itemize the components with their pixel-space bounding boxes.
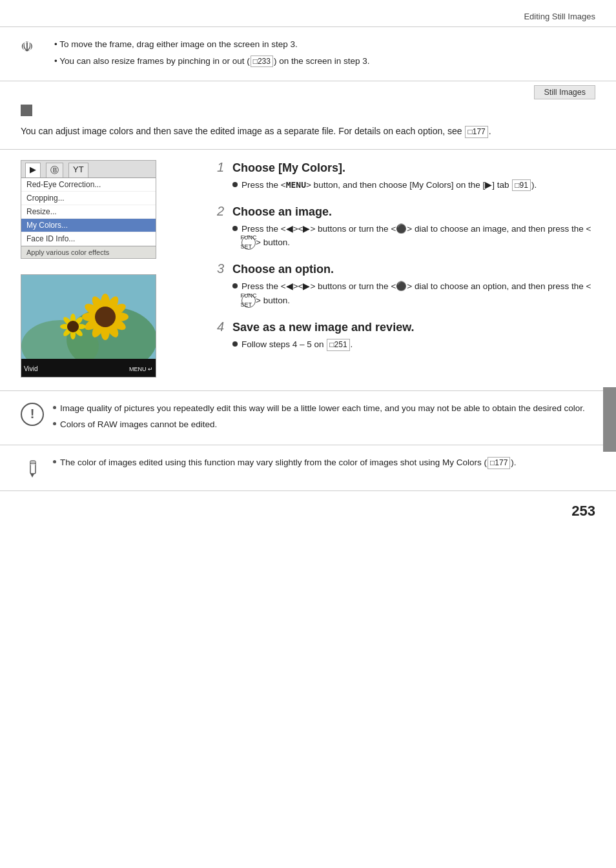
menu-item-red-eye: Red-Eye Correction... — [21, 178, 156, 192]
step-4-content: Follow steps 4 – 5 on □251. — [217, 338, 595, 352]
step-2-content: Press the <◀><▶> buttons or turn the <⚫>… — [217, 223, 595, 250]
step-3-text: Press the <◀><▶> buttons or turn the <⚫>… — [241, 280, 595, 308]
preview-menu-label: MENU ↵ — [129, 366, 153, 372]
step-2-number: 2 — [217, 204, 227, 219]
step-4-number: 4 — [217, 319, 227, 334]
pencil-icon — [21, 457, 44, 480]
step-2-header: 2 Choose an image. — [217, 204, 595, 219]
bullet-dot — [53, 460, 56, 463]
still-images-bar: Still Images — [0, 81, 616, 99]
pencil-note-section: The color of images edited using this fu… — [0, 445, 616, 491]
bullet-dot — [232, 341, 238, 347]
svg-point-24 — [67, 321, 79, 332]
left-panel: ▶ Ⓑ YT Red-Eye Correction... Cropping...… — [21, 160, 201, 378]
step-4-text: Follow steps 4 – 5 on □251. — [241, 338, 353, 352]
top-note-line-1: • To move the frame, drag either image o… — [54, 37, 370, 52]
intro-paragraph: You can adjust image colors and then sav… — [21, 126, 491, 136]
menu-item-resize: Resize... — [21, 205, 156, 219]
pencil-bullet-1: The color of images edited using this fu… — [53, 456, 517, 470]
step-1-bullet-1: Press the <MENU> button, and then choose… — [232, 179, 595, 192]
warning-bullet-1: Image quality of pictures you repeatedly… — [53, 401, 585, 416]
pencil-text: The color of images edited using this fu… — [60, 456, 517, 470]
warning-note-section: ! Image quality of pictures you repeated… — [0, 391, 616, 445]
warning-note-box: ! Image quality of pictures you repeated… — [21, 401, 595, 434]
camera-menu-items: Red-Eye Correction... Cropping... Resize… — [21, 178, 156, 246]
warning-note-text: Image quality of pictures you repeatedly… — [53, 401, 585, 434]
step-1-title: Choose [My Colors]. — [232, 161, 345, 175]
svg-rect-29 — [30, 461, 36, 463]
warning-bullet-2: Colors of RAW images cannot be edited. — [53, 418, 585, 432]
step-3-content: Press the <◀><▶> buttons or turn the <⚫>… — [217, 280, 595, 308]
page-header: Editing Still Images — [0, 0, 616, 27]
camera-tab-settings: Ⓑ — [46, 163, 63, 177]
step-4-header: 4 Save as a new image and review. — [217, 319, 595, 334]
section-header-bar — [0, 99, 616, 116]
warning-text-2: Colors of RAW images cannot be edited. — [60, 418, 217, 432]
step-4-title: Save as a new image and review. — [232, 321, 414, 334]
menu-item-face-id: Face ID Info... — [21, 232, 156, 246]
bullet-dot — [53, 406, 56, 409]
camera-menu-box: ▶ Ⓑ YT Red-Eye Correction... Cropping...… — [21, 160, 156, 259]
pencil-note-box: The color of images edited using this fu… — [21, 456, 595, 480]
camera-preview-image — [21, 275, 156, 359]
step-1-content: Press the <MENU> button, and then choose… — [217, 179, 595, 192]
camera-preview-bottom: Vivid MENU ↵ — [21, 359, 156, 378]
bullet-dot — [232, 283, 238, 288]
step-2-text: Press the <◀><▶> buttons or turn the <⚫>… — [241, 223, 595, 250]
preview-mode-text: Vivid — [24, 365, 38, 372]
page-number: 253 — [571, 503, 595, 519]
step-4: 4 Save as a new image and review. Follow… — [217, 319, 595, 352]
svg-point-15 — [95, 307, 116, 327]
section-color-box — [21, 105, 32, 116]
menu-item-cropping: Cropping... — [21, 192, 156, 205]
intro-text: You can adjust image colors and then sav… — [0, 116, 616, 149]
right-edge-tab — [603, 387, 616, 452]
still-images-label: Still Images — [534, 85, 595, 99]
camera-preview-box: COPY My Colors — [21, 274, 156, 378]
menu-item-my-colors: My Colors... — [21, 219, 156, 232]
camera-menu-tabs: ▶ Ⓑ YT — [21, 161, 156, 178]
step-3-number: 3 — [217, 261, 227, 276]
warning-icon: ! — [21, 403, 44, 426]
bullet-dot — [232, 182, 238, 187]
top-note-line-2: • You can also resize frames by pinching… — [54, 54, 370, 68]
step-1: 1 Choose [My Colors]. Press the <MENU> b… — [217, 160, 595, 192]
step-1-number: 1 — [217, 160, 227, 175]
page-footer: 253 — [0, 491, 616, 527]
step-2-bullet-1: Press the <◀><▶> buttons or turn the <⚫>… — [232, 223, 595, 250]
svg-marker-26 — [30, 474, 34, 478]
step-3-title: Choose an option. — [232, 263, 334, 276]
right-panel: 1 Choose [My Colors]. Press the <MENU> b… — [201, 160, 595, 378]
camera-tab-tools: YT — [68, 163, 88, 177]
step-3-bullet-1: Press the <◀><▶> buttons or turn the <⚫>… — [232, 280, 595, 308]
bullet-dot — [53, 422, 56, 425]
main-content: ▶ Ⓑ YT Red-Eye Correction... Cropping...… — [0, 150, 616, 391]
step-1-text: Press the <MENU> button, and then choose… — [241, 179, 537, 192]
top-note-text: • To move the frame, drag either image o… — [54, 37, 370, 70]
camera-tab-play: ▶ — [25, 163, 41, 177]
step-2: 2 Choose an image. Press the <◀><▶> butt… — [217, 204, 595, 250]
touch-icon: ☫ — [21, 39, 44, 56]
step-1-header: 1 Choose [My Colors]. — [217, 160, 595, 175]
warning-text-1: Image quality of pictures you repeatedly… — [60, 401, 585, 416]
step-3-header: 3 Choose an option. — [217, 261, 595, 276]
bullet-dot — [232, 226, 238, 231]
step-4-bullet-1: Follow steps 4 – 5 on □251. — [232, 338, 595, 352]
step-2-title: Choose an image. — [232, 205, 332, 219]
camera-menu-desc: Apply various color effects — [21, 246, 156, 258]
pencil-note-text: The color of images edited using this fu… — [53, 456, 517, 472]
step-3: 3 Choose an option. Press the <◀><▶> but… — [217, 261, 595, 308]
page-title: Editing Still Images — [524, 12, 595, 21]
top-note-section: ☫ • To move the frame, drag either image… — [0, 27, 616, 81]
